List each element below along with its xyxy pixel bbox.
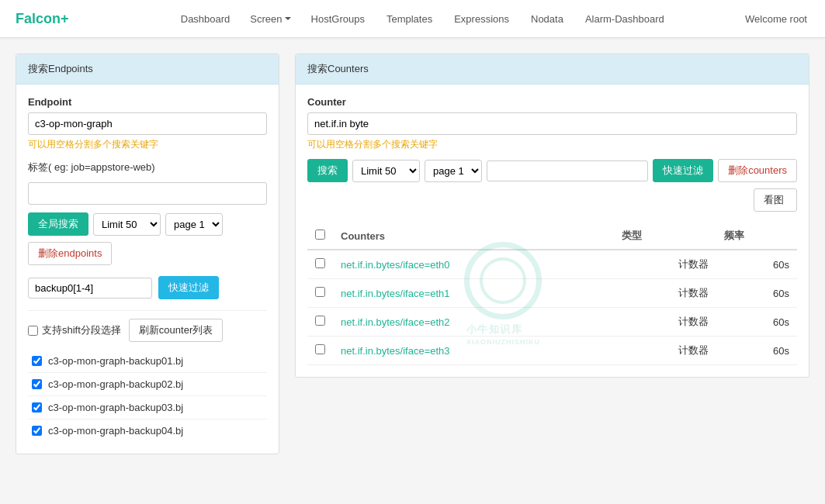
table-row: net.if.in.bytes/iface=eth1 计数器 60s (307, 279, 797, 308)
endpoint-item: c3-op-mon-graph-backup03.bj (28, 396, 267, 419)
endpoint-item: c3-op-mon-graph-backup02.bj (28, 373, 267, 396)
endpoint-checkbox-1[interactable] (32, 379, 42, 389)
row-1-checkbox[interactable] (315, 287, 325, 297)
right-panel-body: Counter 可以用空格分割多个搜索关键字 搜索 Limit 50 Limit… (296, 85, 809, 377)
counter-label: Counter (307, 96, 797, 108)
refresh-counter-button[interactable]: 刷新counter列表 (129, 319, 223, 342)
endpoint-label-3: c3-op-mon-graph-backup04.bj (48, 425, 183, 437)
counter-input[interactable] (307, 112, 797, 135)
delete-endpoints-button[interactable]: 删除endpoints (28, 242, 112, 265)
endpoint-label-0: c3-op-mon-graph-backup01.bj (48, 355, 183, 367)
left-panel: 搜索Endpoints Endpoint 可以用空格分割多个搜索关键字 标签( … (16, 54, 279, 454)
welcome-menu[interactable]: Welcome root (745, 13, 809, 25)
counter-quick-filter-button[interactable]: 快速过滤 (653, 159, 713, 182)
global-search-button[interactable]: 全局搜索 (28, 212, 88, 236)
endpoint-item: c3-op-mon-graph-backup01.bj (28, 350, 267, 373)
counter-table-body: net.if.in.bytes/iface=eth0 计数器 60s net.i… (307, 250, 797, 365)
endpoint-label: Endpoint (28, 96, 267, 108)
navbar: Falcon+ Dashboard Screen HostGroups Temp… (0, 0, 825, 38)
counter-hint: 可以用空格分割多个搜索关键字 (307, 138, 797, 151)
nav-templates[interactable]: Templates (385, 10, 434, 28)
row-3-checkbox-cell (307, 337, 333, 365)
row-0-checkbox-cell (307, 250, 333, 279)
row-1-counter-link[interactable]: net.if.in.bytes/iface=eth1 (341, 288, 450, 299)
counter-table-head: Counters 类型 频率 (307, 223, 797, 250)
row-3-rate-cell: 60s (716, 337, 797, 365)
col-type-header: 类型 (614, 223, 717, 250)
row-2-counter-link[interactable]: net.if.in.bytes/iface=eth2 (341, 316, 450, 328)
nav-dashboard[interactable]: Dashboard (179, 10, 232, 28)
row-1-checkbox-cell (307, 279, 333, 308)
row-0-counter-cell: net.if.in.bytes/iface=eth0 (333, 250, 614, 279)
nav-screen[interactable]: Screen (250, 13, 290, 25)
row-0-counter-link[interactable]: net.if.in.bytes/iface=eth0 (341, 259, 450, 271)
brand[interactable]: Falcon+ (16, 11, 69, 27)
counter-limit-select[interactable]: Limit 50 Limit 100 Limit 200 (352, 160, 420, 182)
row-1-rate-cell: 60s (716, 279, 797, 308)
counter-page-select[interactable]: page 1 page 2 (425, 160, 482, 182)
limit-select[interactable]: Limit 50 Limit 100 Limit 200 (93, 213, 161, 236)
delete-counters-button[interactable]: 删除counters (718, 159, 797, 182)
counter-filter-input[interactable] (487, 161, 648, 181)
endpoint-checkbox-2[interactable] (32, 402, 42, 413)
main-content: 搜索Endpoints Endpoint 可以用空格分割多个搜索关键字 标签( … (0, 38, 825, 470)
row-2-checkbox[interactable] (315, 316, 325, 326)
row-0-checkbox[interactable] (315, 258, 325, 268)
nav-expressions[interactable]: Expressions (452, 10, 511, 28)
endpoint-checkbox-3[interactable] (32, 426, 42, 436)
endpoint-hint: 可以用空格分割多个搜索关键字 (28, 138, 267, 151)
nav-links: Dashboard Screen HostGroups Templates Ex… (100, 10, 746, 28)
page-select[interactable]: page 1 page 2 (165, 213, 223, 236)
tag-label: 标签( eg: job=appstore-web) (28, 161, 267, 174)
endpoint-input[interactable] (28, 112, 267, 135)
row-0-rate-cell: 60s (716, 250, 797, 279)
endpoint-list: c3-op-mon-graph-backup01.bj c3-op-mon-gr… (28, 350, 267, 442)
right-panel-header: 搜索Counters (296, 54, 809, 85)
quick-filter-button[interactable]: 快速过滤 (158, 276, 219, 299)
checkbox-section: 支持shift分段选择 刷新counter列表 (28, 310, 267, 342)
row-2-checkbox-cell (307, 308, 333, 337)
tag-input[interactable] (28, 182, 267, 205)
counter-controls: 搜索 Limit 50 Limit 100 Limit 200 page 1 p… (307, 159, 797, 182)
counter-table-wrapper: 小牛知识库 XIAONIUZHISHIKU Counters 类型 频率 (307, 223, 797, 365)
endpoint-checkbox-0[interactable] (32, 356, 42, 366)
nav-hostgroups[interactable]: HostGroups (310, 10, 366, 28)
filter-input[interactable] (28, 278, 152, 299)
shift-checkbox-label[interactable]: 支持shift分段选择 (28, 323, 121, 337)
row-3-counter-link[interactable]: net.if.in.bytes/iface=eth3 (341, 345, 450, 357)
row-3-counter-cell: net.if.in.bytes/iface=eth3 (333, 337, 614, 365)
nav-alarm-dashboard[interactable]: Alarm-Dashboard (584, 10, 666, 28)
row-0-type-cell: 计数器 (614, 250, 717, 279)
row-3-checkbox[interactable] (315, 344, 325, 354)
right-panel: 搜索Counters Counter 可以用空格分割多个搜索关键字 搜索 Lim… (295, 54, 809, 378)
shift-label: 支持shift分段选择 (42, 323, 121, 337)
search-counter-button[interactable]: 搜索 (307, 159, 348, 182)
view-graph-button[interactable]: 看图 (754, 188, 797, 212)
row-3-type-cell: 计数器 (614, 337, 717, 365)
row-2-rate-cell: 60s (716, 308, 797, 337)
col-counter-header: Counters (333, 223, 614, 250)
endpoint-label-2: c3-op-mon-graph-backup03.bj (48, 402, 183, 413)
counter-table-header-row: Counters 类型 频率 (307, 223, 797, 250)
table-row: net.if.in.bytes/iface=eth0 计数器 60s (307, 250, 797, 279)
nav-nodata[interactable]: Nodata (529, 10, 565, 28)
counter-table: Counters 类型 频率 net.if.in.bytes/iface=eth… (307, 223, 797, 365)
endpoint-item: c3-op-mon-graph-backup04.bj (28, 419, 267, 442)
col-rate-header: 频率 (716, 223, 797, 250)
table-row: net.if.in.bytes/iface=eth2 计数器 60s (307, 308, 797, 337)
col-checkbox-header (307, 223, 333, 250)
filter-row: 快速过滤 (28, 276, 267, 299)
row-1-counter-cell: net.if.in.bytes/iface=eth1 (333, 279, 614, 308)
endpoint-label-1: c3-op-mon-graph-backup02.bj (48, 378, 183, 390)
table-row: net.if.in.bytes/iface=eth3 计数器 60s (307, 337, 797, 365)
search-controls: 全局搜索 Limit 50 Limit 100 Limit 200 page 1… (28, 212, 267, 236)
row-2-counter-cell: net.if.in.bytes/iface=eth2 (333, 308, 614, 337)
row-1-type-cell: 计数器 (614, 279, 717, 308)
row-2-type-cell: 计数器 (614, 308, 717, 337)
shift-checkbox[interactable] (28, 326, 38, 336)
left-panel-body: Endpoint 可以用空格分割多个搜索关键字 标签( eg: job=apps… (16, 85, 279, 454)
screen-caret-icon (285, 17, 291, 20)
left-panel-header: 搜索Endpoints (16, 54, 279, 85)
select-all-checkbox[interactable] (315, 230, 325, 240)
